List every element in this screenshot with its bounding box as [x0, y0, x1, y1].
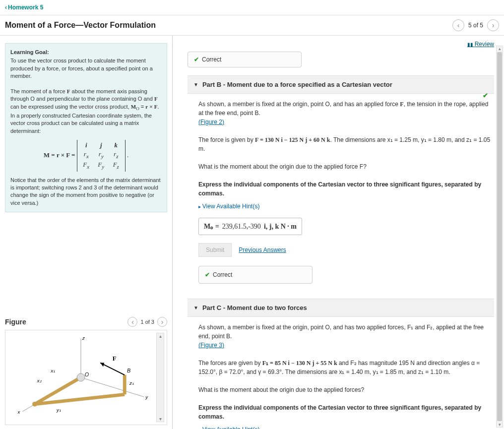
part-b-header[interactable]: ▼ Part B - Moment due to a force specifi…	[188, 75, 494, 94]
svg-point-13	[77, 373, 85, 381]
part-c-body: As shown, a member is fixed at the origi…	[188, 320, 494, 429]
svg-text:x: x	[17, 410, 21, 415]
status-correct-b: ✔Correct	[198, 266, 313, 284]
figure-nav: ‹ 1 of 3 ›	[127, 317, 167, 327]
svg-text:O: O	[85, 371, 89, 377]
part-b-instruction: Express the individual components of the…	[198, 181, 481, 197]
svg-text:x₂: x₂	[37, 378, 42, 383]
previous-answers-link[interactable]: Previous Answers	[239, 245, 286, 254]
learning-p2a: The moment of a force	[10, 88, 67, 94]
svg-text:F: F	[113, 355, 117, 362]
figure-image: z y x x₁ x₂ y₁ z₁ F	[8, 333, 154, 422]
part-b-body: As shown, a member is fixed at the origi…	[188, 97, 494, 299]
part-c-instruction: Express the individual components of the…	[198, 404, 481, 420]
next-page-button[interactable]: ›	[487, 19, 499, 31]
part-c-title: Part C - Moment due to two forces	[202, 304, 307, 311]
review-link[interactable]: Review	[467, 41, 494, 48]
figure-next-button[interactable]: ›	[157, 317, 167, 327]
part-b-title: Part B - Moment due to a force specified…	[202, 81, 392, 88]
svg-text:y: y	[145, 394, 148, 400]
page-position: 5 of 5	[468, 22, 483, 29]
status-correct-top: ✔Correct	[188, 52, 302, 67]
svg-text:y₁: y₁	[56, 407, 61, 413]
caret-down-icon: ▼	[193, 305, 198, 310]
determinant-formula: M = r × F = ijk rxryrz FxFyFz .	[10, 140, 162, 172]
svg-line-1	[81, 377, 144, 397]
svg-line-15	[100, 363, 125, 375]
figure3-link[interactable]: (Figure 3)	[198, 342, 224, 349]
svg-text:B: B	[127, 368, 130, 373]
hints-toggle-b[interactable]: View Available Hint(s)	[198, 202, 492, 211]
page-title: Moment of a Force—Vector Formulation	[5, 21, 156, 30]
page-nav: ‹ 5 of 5 ›	[452, 19, 499, 31]
back-link[interactable]: Homework 5	[5, 4, 43, 11]
svg-point-14	[32, 402, 37, 407]
figure-prev-button[interactable]: ‹	[127, 317, 137, 327]
caret-down-icon: ▼	[193, 82, 198, 87]
check-icon: ✔	[205, 271, 210, 278]
figure-position: 1 of 3	[140, 319, 154, 325]
figure-heading: Figure	[5, 318, 26, 326]
check-icon: ✔	[483, 92, 488, 99]
hints-toggle-c[interactable]: View Available Hint(s)	[198, 425, 492, 429]
prev-page-button[interactable]: ‹	[452, 19, 464, 31]
learning-p1: To use the vector cross product to calcu…	[10, 58, 153, 79]
content-scrollbar[interactable]: ▴▾	[496, 46, 503, 428]
check-icon: ✔	[194, 56, 199, 63]
svg-text:z₁: z₁	[129, 380, 134, 386]
part-c-header[interactable]: ▼ Part C - Moment due to two forces	[188, 299, 494, 317]
svg-text:x₁: x₁	[50, 368, 55, 373]
learning-p2c: can be expressed using the vector cross …	[10, 104, 131, 110]
svg-marker-16	[100, 363, 104, 367]
submit-button-b: Submit	[198, 243, 232, 257]
learning-goal-box: Learning Goal: To use the vector cross p…	[5, 43, 167, 212]
figure-scrollbar[interactable]: ▴▾	[156, 333, 164, 422]
learning-p3: Notice that the order of the elements of…	[10, 177, 161, 206]
part-b-answer: Mₒ = 239,61.5,-390 i, j, k N · m	[198, 218, 302, 235]
svg-text:z: z	[82, 335, 85, 341]
learning-heading: Learning Goal:	[10, 49, 162, 56]
figure2-link[interactable]: (Figure 2)	[198, 119, 224, 125]
